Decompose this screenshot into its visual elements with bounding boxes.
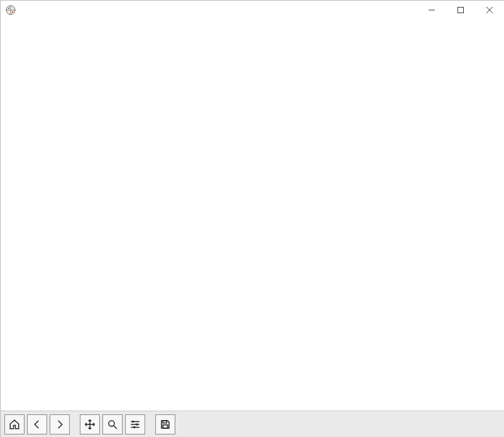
svg-point-8: [109, 421, 114, 426]
forward-button[interactable]: [50, 414, 70, 434]
close-button[interactable]: [475, 1, 504, 19]
save-button[interactable]: [155, 414, 175, 434]
svg-rect-13: [136, 423, 138, 425]
home-icon: [9, 419, 20, 430]
window-controls: [417, 1, 504, 19]
titlebar-left: [6, 5, 19, 15]
arrow-right-icon: [54, 419, 65, 430]
save-icon: [160, 419, 171, 430]
svg-point-3: [12, 11, 13, 13]
arrow-left-icon: [31, 419, 43, 430]
zoom-button[interactable]: [102, 414, 123, 434]
svg-rect-5: [458, 8, 464, 13]
pan-button[interactable]: [80, 414, 100, 434]
subplots-button[interactable]: [125, 414, 145, 434]
chart-svg: [1, 19, 503, 408]
mpl-toolbar: [1, 411, 504, 437]
back-button[interactable]: [27, 414, 47, 434]
home-button[interactable]: [4, 414, 25, 434]
move-icon: [84, 419, 96, 430]
maximize-button[interactable]: [446, 1, 475, 19]
svg-rect-16: [163, 421, 167, 423]
titlebar: [1, 1, 504, 19]
svg-point-2: [8, 8, 9, 9]
svg-line-9: [114, 426, 117, 429]
sliders-icon: [129, 419, 141, 430]
svg-rect-15: [134, 426, 135, 428]
minimize-button[interactable]: [417, 1, 446, 19]
figure-window: [0, 0, 504, 437]
zoom-icon: [107, 419, 118, 430]
mpl-app-icon: [6, 5, 16, 15]
svg-rect-17: [163, 424, 168, 428]
svg-rect-11: [133, 421, 134, 423]
figure-canvas[interactable]: [1, 19, 504, 411]
